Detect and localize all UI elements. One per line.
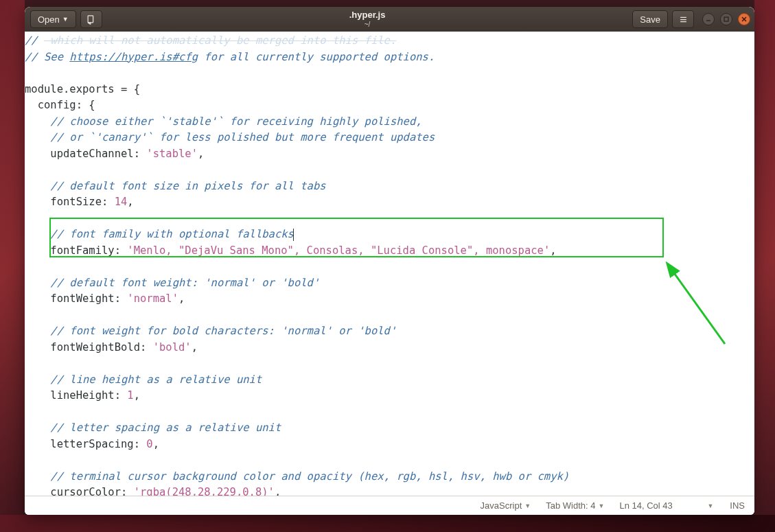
maximize-icon [723, 16, 730, 23]
code-comment: // or `'canary'` for less polished but m… [25, 131, 435, 143]
code-comment: // choose either `'stable'` for receivin… [25, 115, 422, 128]
code-comment: for all currently supported options. [198, 51, 435, 63]
code-comment: // terminal cursor background color and … [25, 470, 569, 483]
open-button-label: Open [38, 14, 60, 25]
statusbar-tabwidth-selector[interactable]: Tab Width: 4 ▼ [539, 500, 611, 511]
hamburger-menu-button[interactable] [672, 10, 694, 28]
code-string: 'normal' [127, 292, 178, 305]
code-text: , [127, 196, 133, 208]
svg-rect-0 [88, 15, 93, 22]
source-code[interactable]: // which will not automatically be merge… [25, 32, 754, 496]
code-text: , [275, 486, 281, 496]
open-button[interactable]: Open ▼ [30, 10, 76, 28]
code-text: cursorColor: [25, 486, 134, 496]
statusbar-language-selector[interactable]: JavaScript ▼ [474, 500, 538, 511]
code-string: 'stable' [146, 148, 198, 160]
code-text: fontSize: [25, 196, 115, 208]
svg-rect-5 [724, 17, 728, 21]
window-controls [702, 13, 750, 25]
statusbar-ins-label: INS [730, 500, 745, 511]
code-text: , [153, 438, 159, 450]
close-button[interactable] [738, 13, 750, 25]
code-string: 'Menlo, "DejaVu Sans Mono", Consolas, "L… [127, 244, 550, 257]
code-text: , [198, 148, 204, 160]
document-icon [86, 14, 96, 25]
editor-area[interactable]: // which will not automatically be merge… [25, 32, 754, 496]
save-button[interactable]: Save [632, 10, 668, 28]
minimize-icon [705, 16, 712, 23]
window-title-sub: ~/ [365, 21, 371, 28]
code-comment: // default font weight: 'normal' or 'bol… [25, 277, 319, 289]
titlebar: Open ▼ .hyper.js ~/ Save [25, 7, 754, 32]
code-text: fontFamily: [25, 244, 127, 257]
code-comment: // default font size in pixels for all t… [25, 180, 326, 192]
desktop-background-bottom [0, 515, 775, 532]
statusbar-tabwidth-label: Tab Width: 4 [546, 500, 595, 511]
code-url: https://hyper.is#cfg [69, 51, 198, 63]
code-comment: // line height as a relative unit [25, 373, 262, 386]
code-number: 14 [115, 196, 128, 208]
statusbar-insert-mode[interactable]: INS [719, 500, 748, 511]
code-text: letterSpacing: [25, 438, 146, 450]
code-string: 'bold' [153, 341, 192, 354]
code-comment-clipped: which will not automatically be merged i… [44, 34, 396, 47]
code-text: , [192, 341, 198, 354]
gedit-window: Open ▼ .hyper.js ~/ Save [25, 7, 754, 515]
statusbar-extra-menu[interactable]: ▼ [703, 502, 717, 509]
code-comment: // See [25, 51, 69, 63]
code-text: lineHeight: [25, 389, 127, 402]
code-text: , [178, 292, 185, 305]
minimize-button[interactable] [702, 13, 715, 25]
desktop-background-left [0, 0, 25, 532]
code-comment: // [25, 34, 44, 47]
chevron-down-icon: ▼ [707, 502, 713, 509]
code-text: updateChannel: [25, 148, 146, 160]
code-number: 0 [146, 438, 152, 450]
statusbar: JavaScript ▼ Tab Width: 4 ▼ Ln 14, Col 4… [25, 496, 754, 515]
chevron-down-icon: ▼ [598, 502, 604, 509]
chevron-down-icon: ▼ [62, 16, 69, 23]
window-title: .hyper.js ~/ [106, 10, 629, 27]
code-string: 'rgba(248,28,229,0.8)' [134, 486, 275, 496]
new-document-button[interactable] [80, 10, 102, 28]
code-text: config: { [25, 99, 95, 111]
maximize-button[interactable] [720, 13, 732, 25]
statusbar-position-label: Ln 14, Col 43 [619, 500, 672, 511]
hamburger-icon [678, 14, 689, 25]
code-comment: // font weight for bold characters: 'nor… [25, 325, 396, 337]
code-number: 1 [127, 389, 133, 402]
code-text: module.exports = { [25, 83, 140, 95]
code-text: , [550, 244, 556, 257]
code-comment: // letter spacing as a relative unit [25, 421, 281, 434]
code-text: , [134, 389, 140, 402]
text-cursor [293, 229, 294, 241]
statusbar-language-label: JavaScript [481, 500, 522, 511]
window-title-main: .hyper.js [349, 10, 386, 20]
statusbar-cursor-position: Ln 14, Col 43 [612, 500, 702, 511]
code-text: fontWeight: [25, 292, 127, 305]
chevron-down-icon: ▼ [524, 502, 531, 509]
desktop-background-right [754, 0, 775, 532]
close-icon [741, 16, 748, 23]
code-comment: // font family with optional fallbacks [25, 228, 294, 240]
save-button-label: Save [640, 14, 660, 25]
code-text: fontWeightBold: [25, 341, 153, 354]
